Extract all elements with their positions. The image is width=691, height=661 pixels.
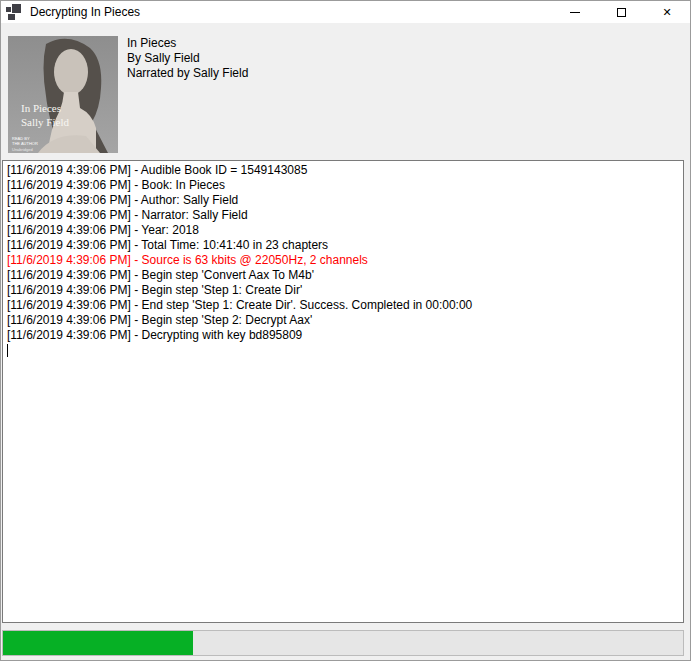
cover-edition-text: Unabridged [12, 147, 33, 152]
log-line: [11/6/2019 4:39:06 PM] - Author: Sally F… [7, 193, 679, 208]
maximize-icon [617, 8, 626, 17]
log-line: [11/6/2019 4:39:06 PM] - Begin step 'Con… [7, 268, 679, 283]
title-bar[interactable]: Decrypting In Pieces ✕ [1, 1, 690, 23]
log-line: [11/6/2019 4:39:06 PM] - Source is 63 kb… [7, 253, 679, 268]
book-info: In Pieces By Sally Field Narrated by Sal… [127, 36, 248, 81]
cover-author-text: Sally Field [21, 116, 69, 128]
caption-buttons: ✕ [552, 1, 690, 23]
progress-bar [2, 630, 684, 656]
progress-fill [3, 631, 193, 655]
log-line: [11/6/2019 4:39:06 PM] - Decrypting with… [7, 328, 679, 343]
minimize-button[interactable] [552, 1, 598, 23]
app-window-icon [6, 4, 22, 20]
app-window: Decrypting In Pieces ✕ In Piece [0, 0, 691, 661]
cover-readby-line2: THE AUTHOR [12, 141, 38, 146]
log-line: [11/6/2019 4:39:06 PM] - Year: 2018 [7, 223, 679, 238]
log-line: [11/6/2019 4:39:06 PM] - Begin step 'Ste… [7, 283, 679, 298]
book-title: In Pieces [127, 36, 248, 51]
book-author: By Sally Field [127, 51, 248, 66]
text-caret [7, 344, 8, 357]
log-line: [11/6/2019 4:39:06 PM] - Narrator: Sally… [7, 208, 679, 223]
log-line: [11/6/2019 4:39:06 PM] - Book: In Pieces [7, 178, 679, 193]
book-narrator: Narrated by Sally Field [127, 66, 248, 81]
log-line: [11/6/2019 4:39:06 PM] - Total Time: 10:… [7, 238, 679, 253]
minimize-icon [570, 12, 580, 13]
maximize-button[interactable] [598, 1, 644, 23]
log-line: [11/6/2019 4:39:06 PM] - Begin step 'Ste… [7, 313, 679, 328]
log-lines: [11/6/2019 4:39:06 PM] - Audible Book ID… [7, 163, 679, 343]
window-title: Decrypting In Pieces [30, 5, 552, 19]
cover-title-text: In Pieces [21, 102, 61, 114]
book-cover-image: In Pieces Sally Field READ BY THE AUTHOR… [8, 36, 118, 153]
log-textbox[interactable]: [11/6/2019 4:39:06 PM] - Audible Book ID… [2, 160, 684, 623]
log-line: [11/6/2019 4:39:06 PM] - Audible Book ID… [7, 163, 679, 178]
close-button[interactable]: ✕ [644, 1, 690, 23]
close-icon: ✕ [662, 7, 671, 18]
log-line: [11/6/2019 4:39:06 PM] - End step 'Step … [7, 298, 679, 313]
